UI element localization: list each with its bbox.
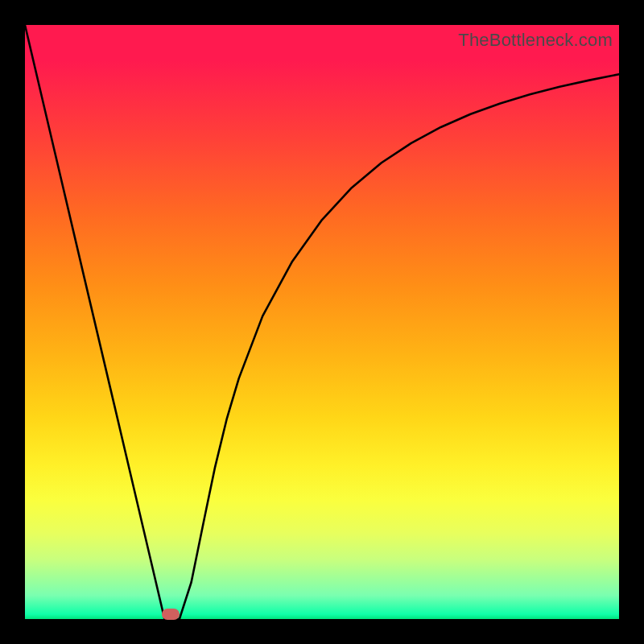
plot-area: TheBottleneck.com — [25, 25, 619, 619]
minimum-marker — [162, 609, 180, 620]
chart-frame: TheBottleneck.com — [0, 0, 644, 644]
bottleneck-curve — [25, 25, 619, 619]
